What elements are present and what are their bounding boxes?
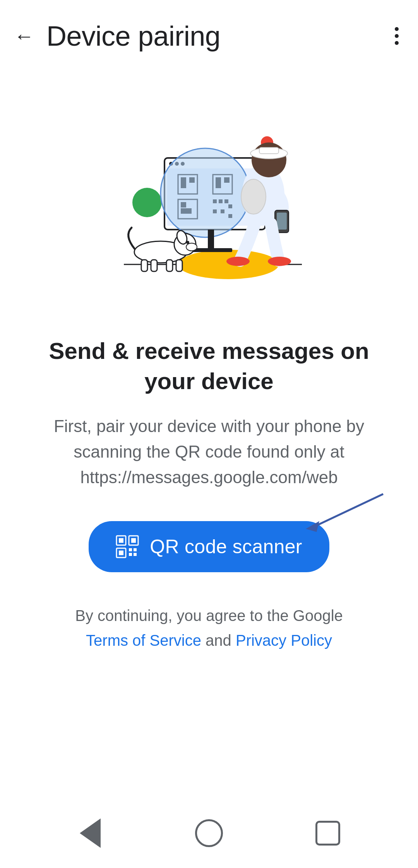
home-icon (195, 819, 223, 847)
svg-point-39 (268, 257, 291, 266)
main-heading: Send & receive messages on your device (31, 336, 387, 396)
footer-and-text: and (206, 632, 231, 649)
button-area: QR code scanner (31, 521, 387, 572)
nav-recents-button[interactable] (312, 818, 343, 849)
svg-rect-46 (151, 260, 157, 271)
svg-rect-60 (134, 553, 137, 556)
illustration-area (0, 61, 418, 324)
svg-rect-45 (141, 260, 147, 271)
dot (395, 27, 399, 31)
svg-rect-47 (166, 260, 173, 271)
recents-icon (315, 821, 340, 846)
svg-line-49 (314, 494, 383, 527)
svg-rect-54 (131, 538, 136, 543)
header-left: ← Device pairing (14, 20, 220, 52)
svg-point-2 (132, 188, 162, 217)
nav-home-button[interactable] (194, 818, 224, 849)
svg-rect-48 (176, 260, 182, 271)
content-area: Send & receive messages on your device F… (0, 324, 418, 653)
bottom-navigation-bar (0, 798, 418, 868)
svg-point-1 (178, 250, 279, 279)
svg-rect-56 (119, 551, 123, 555)
svg-point-38 (226, 257, 250, 266)
device-pairing-illustration (101, 82, 317, 307)
dot (395, 34, 399, 38)
svg-point-43 (186, 243, 197, 251)
footer-text: By continuing, you agree to the GoogleTe… (31, 603, 387, 653)
svg-point-44 (186, 241, 189, 244)
svg-rect-57 (129, 548, 132, 551)
back-button[interactable]: ← (14, 26, 34, 46)
svg-point-35 (241, 179, 266, 214)
svg-marker-50 (306, 521, 319, 532)
svg-rect-34 (259, 148, 279, 154)
sub-description: First, pair your device with your phone … (31, 413, 387, 490)
page-title: Device pairing (46, 20, 220, 52)
nav-back-button[interactable] (75, 818, 106, 849)
qr-button-label: QR code scanner (150, 535, 302, 558)
back-icon (80, 818, 101, 848)
svg-rect-59 (129, 553, 132, 556)
arrow-annotation (302, 490, 387, 540)
header: ← Device pairing (0, 0, 418, 61)
qr-code-icon (116, 535, 139, 558)
svg-rect-29 (208, 230, 214, 249)
privacy-policy-link[interactable]: Privacy Policy (236, 632, 332, 649)
more-options-button[interactable] (391, 23, 403, 49)
svg-rect-52 (119, 538, 123, 543)
terms-of-service-link[interactable]: Terms of Service (86, 632, 201, 649)
svg-rect-37 (277, 213, 287, 230)
svg-point-28 (161, 148, 250, 237)
qr-code-scanner-button[interactable]: QR code scanner (89, 521, 329, 572)
footer-text-before: By continuing, you agree to the Google (75, 607, 343, 624)
svg-rect-58 (134, 548, 137, 551)
dot (395, 41, 399, 45)
